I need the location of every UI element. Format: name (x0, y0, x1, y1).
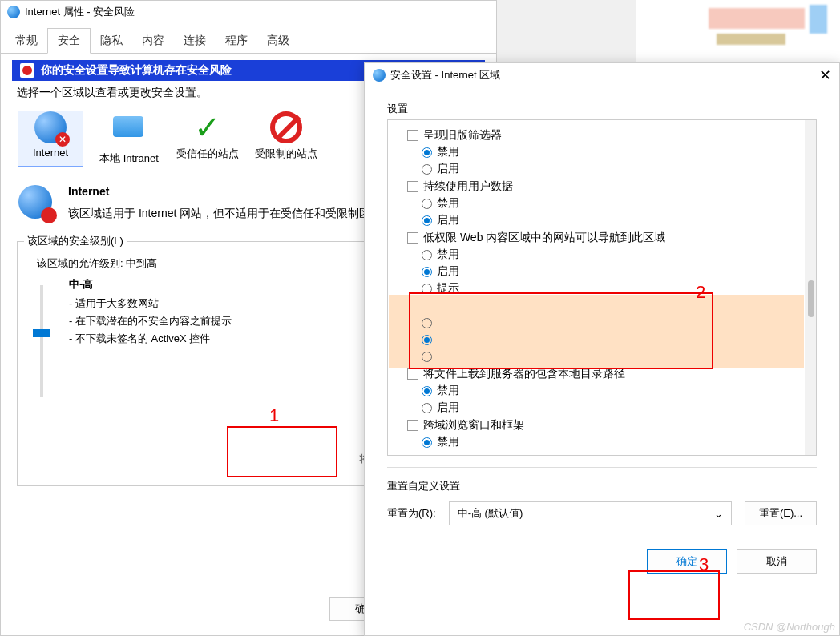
highlight-row (389, 295, 804, 368)
tree-option[interactable]: 提示 (422, 281, 797, 296)
shield-icon (20, 63, 34, 78)
zone-intranet[interactable]: 本地 Intranet (97, 111, 161, 166)
level-bullet: - 适用于大多数网站 (69, 296, 232, 311)
titlebar-main: Internet 属性 - 安全风险 (1, 1, 496, 23)
tree-option[interactable]: 启用 (422, 213, 797, 227)
tree-option[interactable]: 禁用 (422, 435, 797, 449)
settings-label: 设置 (387, 102, 817, 116)
tree-category: 持续使用用户数据 (407, 179, 797, 194)
tree-option[interactable]: 启用 (422, 401, 797, 415)
radio-icon (422, 335, 432, 345)
security-slider[interactable] (30, 277, 53, 405)
level-name: 中-高 (69, 277, 232, 292)
tab-content[interactable]: 内容 (132, 29, 174, 53)
radio-icon (422, 386, 432, 396)
scrollbar[interactable] (805, 120, 816, 455)
reset-button[interactable]: 重置(E)... (745, 501, 817, 525)
radio-icon (422, 250, 432, 260)
zone-internet[interactable]: ✕Internet (18, 111, 83, 166)
background-blur (636, 0, 840, 64)
category-icon (407, 368, 418, 380)
chevron-down-icon: ⌄ (714, 508, 723, 520)
globe-icon (373, 69, 386, 82)
settings-tree[interactable]: 呈现旧版筛选器禁用启用持续使用用户数据禁用启用低权限 Web 内容区域中的网站可… (387, 119, 817, 456)
titlebar-sec: 安全设置 - Internet 区域 ✕ (365, 63, 839, 87)
category-icon (407, 420, 418, 431)
tab-privacy[interactable]: 隐私 (91, 29, 132, 53)
reset-legend: 重置自定义设置 (387, 479, 817, 493)
sec-title: 安全设置 - Internet 区域 (390, 68, 500, 83)
tree-option[interactable]: 禁用 (422, 145, 797, 159)
zone-trusted[interactable]: ✓受信任的站点 (176, 111, 240, 166)
tab-general[interactable]: 常规 (6, 29, 47, 53)
tab-connections[interactable]: 连接 (174, 29, 216, 53)
radio-icon (422, 267, 432, 277)
tree-category: 呈现旧版筛选器 (407, 128, 797, 143)
level-bullet: - 不下载未签名的 ActiveX 控件 (69, 332, 232, 346)
close-icon[interactable]: ✕ (819, 66, 831, 84)
category-icon (407, 130, 418, 141)
radio-icon (422, 199, 432, 209)
security-settings-dialog: 安全设置 - Internet 区域 ✕ 设置 呈现旧版筛选器禁用启用持续使用用… (364, 62, 840, 636)
tree-category: 跨域浏览窗口和框架 (407, 418, 797, 433)
watermark: CSDN @Northough (744, 621, 835, 633)
tree-option[interactable]: 禁用 (422, 248, 797, 262)
radio-icon (422, 403, 432, 413)
tab-advanced[interactable]: 高级 (257, 29, 299, 53)
category-icon (407, 232, 418, 244)
radio-icon (422, 352, 432, 362)
reset-to-label: 重置为(R): (387, 506, 436, 521)
level-legend: 该区域的安全级别(L) (24, 234, 127, 248)
globe-icon (7, 6, 20, 18)
tree-category: 将文件上载到服务器的包含本地目录路径 (407, 367, 797, 381)
zone-restricted[interactable]: 受限制的站点 (254, 111, 318, 166)
radio-icon (422, 318, 432, 328)
tabstrip: 常规 安全 隐私 内容 连接 程序 高级 (1, 26, 496, 54)
tree-category: 低权限 Web 内容区域中的网站可以导航到此区域 (407, 231, 797, 245)
radio-icon (422, 164, 432, 175)
ok-button-sec[interactable]: 确定 (647, 549, 727, 574)
radio-icon (422, 284, 432, 294)
title-text: Internet 属性 - 安全风险 (25, 5, 135, 19)
category-icon (407, 181, 418, 192)
radio-icon (422, 147, 432, 158)
tree-option[interactable]: 启用 (422, 264, 797, 279)
radio-icon (422, 215, 432, 226)
tree-option[interactable]: 禁用 (422, 196, 797, 211)
cancel-button-sec[interactable]: 取消 (737, 549, 817, 574)
banner-text: 你的安全设置导致计算机存在安全风险 (41, 63, 232, 78)
tree-option[interactable]: 启用 (422, 162, 797, 176)
radio-icon (422, 437, 432, 448)
reset-select[interactable]: 中-高 (默认值) ⌄ (449, 501, 732, 525)
globe-large-icon (18, 185, 52, 219)
tab-programs[interactable]: 程序 (216, 29, 257, 53)
tree-option[interactable]: 禁用 (422, 384, 797, 398)
tab-security[interactable]: 安全 (47, 28, 91, 54)
level-bullet: - 在下载潜在的不安全内容之前提示 (69, 314, 232, 328)
